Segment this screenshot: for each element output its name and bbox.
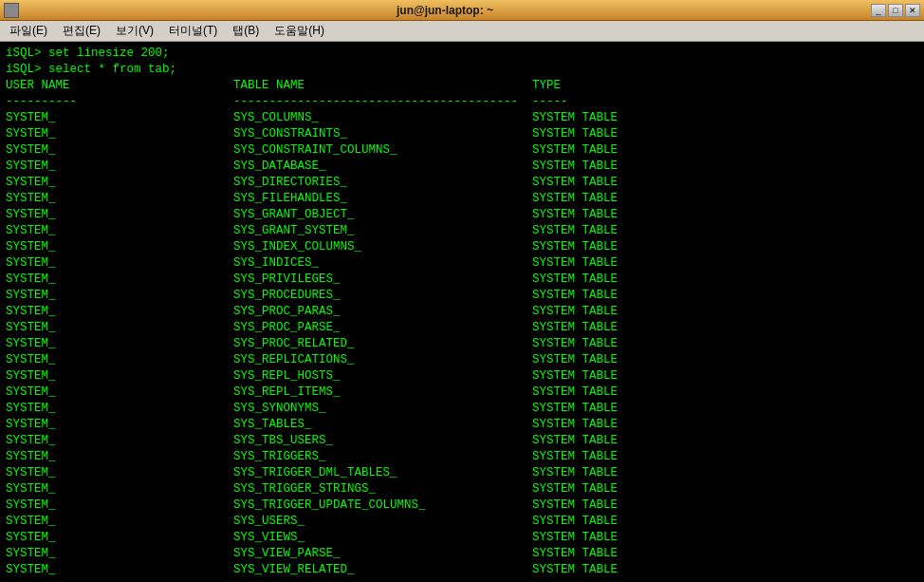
window-icon — [4, 3, 19, 18]
table-row: SYSTEM_ SYS_REPL_ITEMS_ SYSTEM TABLE — [6, 385, 918, 401]
maximize-button[interactable]: □ — [888, 4, 903, 17]
table-row: SYSTEM_ SYS_TBS_USERS_ SYSTEM TABLE — [6, 433, 918, 449]
title-bar: jun@jun-laptop: ~ _ □ ✕ — [0, 0, 924, 21]
table-row: SYSTEM_ SYS_FILEHANDLES_ SYSTEM TABLE — [6, 191, 918, 207]
table-row: SYSTEM_ SYS_PROCEDURES_ SYSTEM TABLE — [6, 288, 918, 304]
table-row: SYSTEM_ SYS_PROC_PARSE_ SYSTEM TABLE — [6, 320, 918, 336]
table-row: SYSTEM_ SYS_VIEW_RELATED_ SYSTEM TABLE — [6, 562, 918, 578]
table-row: SYSTEM_ SYS_DIRECTORIES_ SYSTEM TABLE — [6, 175, 918, 191]
table-row: SYSTEM_ SYS_PROC_PARAS_ SYSTEM TABLE — [6, 304, 918, 320]
minimize-button[interactable]: _ — [871, 4, 886, 17]
table-row: SYSTEM_ SYS_GRANT_SYSTEM_ SYSTEM TABLE — [6, 223, 918, 239]
table-row: SYSTEM_ SYS_INDEX_COLUMNS_ SYSTEM TABLE — [6, 239, 918, 255]
menu-item-t[interactable]: 터미널(T) — [163, 21, 223, 41]
table-row: SYSTEM_ SYS_TABLES_ SYSTEM TABLE — [6, 417, 918, 433]
table-row: SYSTEM_ SYS_DATABASE_ SYSTEM TABLE — [6, 159, 918, 175]
menu-item-v[interactable]: 보기(V) — [110, 21, 159, 41]
terminal-prompt-line: iSQL> select * from tab; — [6, 62, 918, 78]
menu-item-h[interactable]: 도움말(H) — [268, 21, 330, 41]
window-title: jun@jun-laptop: ~ — [19, 4, 871, 17]
menu-bar: 파일(E)편집(E)보기(V)터미널(T)탭(B)도움말(H) — [0, 21, 924, 42]
menu-item-e[interactable]: 편집(E) — [57, 21, 106, 41]
table-row: SYSTEM_ SYS_USERS_ SYSTEM TABLE — [6, 514, 918, 530]
table-row: SYSTEM_ SYS_COLUMNS_ SYSTEM TABLE — [6, 110, 918, 126]
menu-item-e[interactable]: 파일(E) — [4, 21, 53, 41]
table-row: SYSTEM_ SYS_REPLICATIONS_ SYSTEM TABLE — [6, 352, 918, 368]
table-row: SYSTEM_ SYS_VIEWS_ SYSTEM TABLE — [6, 530, 918, 546]
table-row: SYSTEM_ SYS_TRIGGER_STRINGS_ SYSTEM TABL… — [6, 481, 918, 498]
window-controls: _ □ ✕ — [871, 4, 920, 17]
table-row: SYSTEM_ SYS_PROC_RELATED_ SYSTEM TABLE — [6, 336, 918, 352]
table-row: SYSTEM_ SYS_CONSTRAINTS_ SYSTEM TABLE — [6, 126, 918, 142]
table-row: SYSTEM_ SYS_TRIGGER_UPDATE_COLUMNS_ SYST… — [6, 498, 918, 514]
table-row: SYSTEM_ SYS_SYNONYMS_ SYSTEM TABLE — [6, 401, 918, 417]
terminal-prompt-line: iSQL> set linesize 200; — [6, 46, 918, 62]
table-row: SYSTEM_ SYS_INDICES_ SYSTEM TABLE — [6, 255, 918, 272]
table-row: SYSTEM_ SYS_TRIGGER_DML_TABLES_ SYSTEM T… — [6, 465, 918, 481]
close-button[interactable]: ✕ — [905, 4, 920, 17]
table-row: SYSTEM_ SYS_REPL_HOSTS_ SYSTEM TABLE — [6, 368, 918, 385]
table-row: SYSTEM_ SYS_VIEW_PARSE_ SYSTEM TABLE — [6, 546, 918, 562]
menu-item-b[interactable]: 탭(B) — [227, 21, 265, 41]
table-separator: ---------- -----------------------------… — [6, 94, 918, 110]
terminal-output[interactable]: iSQL> set linesize 200;iSQL> select * fr… — [0, 42, 924, 582]
table-row: SYSTEM_ SYS_CONSTRAINT_COLUMNS_ SYSTEM T… — [6, 142, 918, 159]
table-row: SYSTEM_ SYS_GRANT_OBJECT_ SYSTEM TABLE — [6, 207, 918, 223]
table-header: USER NAME TABLE NAME TYPE — [6, 78, 918, 94]
table-row: SYSTEM_ SYS_TRIGGERS_ SYSTEM TABLE — [6, 449, 918, 465]
table-row: SYSTEM_ SYS_PRIVILEGES_ SYSTEM TABLE — [6, 272, 918, 288]
